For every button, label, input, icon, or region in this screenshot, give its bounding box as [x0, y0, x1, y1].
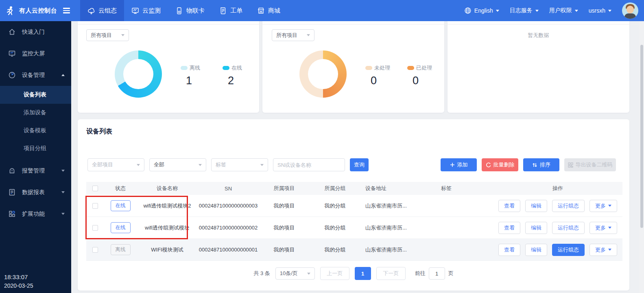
select-placeholder: 标签: [216, 161, 226, 168]
view-button[interactable]: 查看: [498, 222, 520, 234]
status-filter-select[interactable]: 全部: [149, 158, 206, 171]
goto-suffix-label: 页: [448, 270, 454, 277]
prev-page-button[interactable]: 上一页: [320, 267, 349, 280]
sidebar-subitem-device-list[interactable]: 设备列表: [0, 86, 71, 104]
add-device-button[interactable]: 添加: [441, 158, 477, 171]
device-management-submenu: 设备列表 添加设备 设备模板 项目分组: [0, 86, 71, 157]
page-scrollbar-thumb[interactable]: [640, 45, 643, 228]
device-status-project-filter[interactable]: 所有项目: [86, 29, 129, 41]
tab-cloud-monitor[interactable]: 云监测: [124, 0, 168, 21]
tab-iot-card[interactable]: 物联卡: [168, 0, 212, 21]
username-menu[interactable]: usrsxh: [589, 7, 611, 14]
legend-value: 1: [186, 74, 221, 87]
sidebar-item-alarm-management[interactable]: 报警管理: [0, 160, 71, 181]
sort-icon: [532, 162, 537, 168]
chevron-down-icon: [608, 227, 611, 229]
search-input[interactable]: [273, 158, 345, 171]
tab-label: 商城: [268, 7, 280, 15]
more-button[interactable]: 更多: [589, 244, 617, 256]
big-screen-icon: [8, 50, 16, 57]
status-badge: 离线: [111, 244, 131, 255]
sidebar-item-data-report[interactable]: 数据报表: [0, 181, 71, 203]
sidebar: 快速入门 监控大屏 设备管理 设备列表 添加设备 设备模板 项目分组: [0, 21, 71, 293]
sort-button[interactable]: 排序: [523, 158, 559, 171]
user-permission-menu[interactable]: 用户权限: [549, 7, 578, 14]
language-switch[interactable]: English: [464, 7, 499, 14]
tab-mall[interactable]: 商城: [250, 0, 288, 21]
legend-value: 2: [228, 74, 263, 87]
nav-tabs: 云组态 云监测 物联卡 工单: [80, 0, 288, 21]
page-size-value: 10条/页: [280, 270, 298, 277]
legend-swatch: [181, 66, 188, 70]
tag-filter-select[interactable]: 标签: [211, 158, 268, 171]
select-value: 全部项目: [92, 161, 113, 168]
sn-cell: 00024871000000000003: [198, 203, 259, 209]
batch-delete-button[interactable]: 批量删除: [482, 158, 518, 171]
table-body: 在线 wifi透传组测试模块2 00024871000000000003 我的项…: [86, 195, 622, 261]
goto-label: 前往: [415, 270, 426, 277]
user-avatar[interactable]: [622, 2, 638, 19]
qr-code-icon: [568, 162, 573, 168]
project-cell: 我的项目: [259, 246, 310, 254]
alarm-status-donut-chart: [299, 50, 347, 98]
user-permission-label: 用户权限: [549, 7, 572, 14]
page-scrollbar-track[interactable]: [639, 21, 644, 293]
sidebar-item-device-management[interactable]: 设备管理: [0, 64, 71, 86]
top-navbar: 有人云控制台 云组态 云监测 物联卡: [0, 0, 644, 21]
view-button[interactable]: 查看: [498, 200, 520, 212]
next-page-button[interactable]: 下一页: [376, 267, 406, 280]
logo-icon: [5, 5, 15, 16]
device-name-cell: wifi透传组测试模块2: [137, 202, 198, 210]
goto-page-input[interactable]: [429, 267, 445, 280]
run-config-button[interactable]: 运行组态: [552, 222, 585, 234]
chevron-down-icon: [137, 164, 140, 166]
edit-button[interactable]: 编辑: [525, 244, 547, 256]
alarm-status-project-filter[interactable]: 所有项目: [272, 29, 314, 41]
export-qr-button[interactable]: 导出设备二维码: [564, 158, 616, 171]
table-header-row: 状态 设备名称 SN 所属项目 所属分组 设备地址 标签 操作: [86, 182, 622, 195]
tab-label: 物联卡: [186, 7, 205, 15]
log-service-menu[interactable]: 日志服务: [510, 7, 539, 14]
status-badge: 在线: [111, 222, 131, 233]
query-button[interactable]: 查询: [350, 158, 369, 171]
tab-cloud-config[interactable]: 云组态: [80, 0, 124, 21]
plus-icon: [450, 162, 455, 167]
more-button[interactable]: 更多: [589, 200, 617, 212]
row-checkbox[interactable]: [92, 247, 98, 253]
alarm-status-card: 所有项目 未处理 0 已处理 0: [262, 21, 444, 113]
row-checkbox[interactable]: [92, 203, 98, 209]
chevron-down-icon: [61, 191, 65, 193]
legend-online: 在线 2: [223, 64, 263, 87]
clock-date: 2020-03-25: [4, 282, 33, 291]
device-list-card: 设备列表 全部项目 全部 标签 查询 添加: [78, 119, 629, 291]
edit-button[interactable]: 编辑: [525, 200, 547, 212]
menu-icon[interactable]: [63, 8, 70, 13]
run-config-button[interactable]: 运行组态: [552, 244, 585, 256]
legend-offline: 离线 1: [181, 64, 221, 87]
sidebar-item-extensions[interactable]: 扩展功能: [0, 203, 71, 225]
sidebar-item-monitor-screen[interactable]: 监控大屏: [0, 43, 71, 64]
main-content: 所有项目 离线 1 在线 2 所有项目: [71, 21, 644, 293]
sidebar-subitem-project-group[interactable]: 项目分组: [0, 140, 71, 157]
more-button[interactable]: 更多: [589, 222, 617, 234]
chevron-down-icon: [575, 10, 578, 12]
tab-work-order[interactable]: 工单: [212, 0, 250, 21]
row-checkbox[interactable]: [92, 225, 98, 231]
select-all-checkbox[interactable]: [92, 186, 98, 191]
sidebar-subitem-add-device[interactable]: 添加设备: [0, 104, 71, 122]
tab-label: 云监测: [142, 7, 161, 15]
view-button[interactable]: 查看: [498, 244, 520, 256]
sidebar-item-label: 扩展功能: [22, 210, 55, 218]
edit-button[interactable]: 编辑: [525, 222, 547, 234]
device-table: 状态 设备名称 SN 所属项目 所属分组 设备地址 标签 操作 在线 wifi透…: [86, 182, 622, 261]
project-cell: 我的项目: [259, 224, 310, 232]
chevron-down-icon: [61, 170, 65, 172]
project-filter-select[interactable]: 全部项目: [87, 158, 144, 171]
page-size-select[interactable]: 10条/页: [275, 267, 315, 280]
run-config-button[interactable]: 运行组态: [552, 200, 585, 212]
sidebar-item-quick-start[interactable]: 快速入门: [0, 21, 71, 43]
sidebar-subitem-device-template[interactable]: 设备模板: [0, 122, 71, 140]
alarm-bell-icon: [8, 167, 16, 175]
current-page-button[interactable]: 1: [355, 267, 371, 280]
sidebar-item-label: 设备管理: [22, 72, 55, 79]
